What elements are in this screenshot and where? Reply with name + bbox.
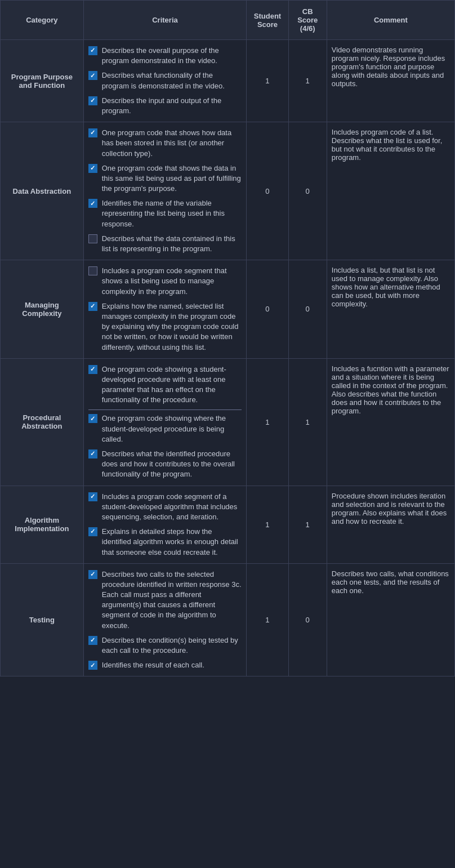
checkbox-checked <box>88 71 97 80</box>
cb-score-cell: 0 <box>288 122 327 260</box>
criteria-item: Includes a program code segment of a stu… <box>88 492 242 523</box>
criteria-item: Explains how the named, selected list ma… <box>88 301 242 353</box>
criteria-text: Includes a program code segment that sho… <box>102 266 242 297</box>
cb-score-cell: 0 <box>288 260 327 359</box>
checkbox-unchecked <box>88 266 97 275</box>
table-row: Algorithm ImplementationIncludes a progr… <box>1 486 455 563</box>
criteria-text: Describes what the identified procedure … <box>102 449 242 480</box>
checkbox-checked <box>88 302 97 311</box>
criteria-item: Describes the overall purpose of the pro… <box>88 46 242 66</box>
criteria-text: Explains how the named, selected list ma… <box>102 301 242 353</box>
checkbox-checked <box>88 46 97 55</box>
checkbox-checked <box>88 128 97 137</box>
criteria-item: Describes the input and output of the pr… <box>88 96 242 116</box>
rubric-table: Category Criteria Student Score CB Score… <box>0 0 455 676</box>
checkbox-checked <box>88 570 97 579</box>
criteria-item: Describes what functionality of the prog… <box>88 70 242 91</box>
cb-score-cell: 0 <box>288 563 327 676</box>
table-row: Program Purpose and FunctionDescribes th… <box>1 40 455 122</box>
checkbox-checked <box>88 636 97 645</box>
header-category: Category <box>1 1 84 40</box>
category-cell: Data Abstraction <box>1 122 84 260</box>
checkbox-checked <box>88 492 97 501</box>
comment-cell: Includes program code of a list. Describ… <box>327 122 454 260</box>
criteria-text: One program code showing where the stude… <box>102 413 242 444</box>
student-score-cell: 1 <box>247 358 288 486</box>
header-comment: Comment <box>327 1 454 40</box>
criteria-cell: Describes the overall purpose of the pro… <box>83 40 247 122</box>
category-cell: Managing Complexity <box>1 260 84 359</box>
comment-cell: Procedure shown includes iteration and s… <box>327 486 454 563</box>
criteria-item: Explains in detailed steps how the ident… <box>88 527 242 558</box>
criteria-item: Describes what the identified procedure … <box>88 449 242 480</box>
checkbox-checked <box>88 527 97 536</box>
comment-cell: Describes two calls, what conditions eac… <box>327 563 454 676</box>
criteria-item: One program code that shows how data has… <box>88 128 242 159</box>
comment-cell: Includes a fucntion with a parameter and… <box>327 358 454 486</box>
student-score-cell: 1 <box>247 40 288 122</box>
criteria-item: Describes two calls to the selected proc… <box>88 569 242 631</box>
criteria-text: Describes what functionality of the prog… <box>102 70 242 91</box>
comment-cell: Includes a list, but that list is not us… <box>327 260 454 359</box>
student-score-cell: 0 <box>247 122 288 260</box>
criteria-cell: Describes two calls to the selected proc… <box>83 563 247 676</box>
criteria-cell: Includes a program code segment that sho… <box>83 260 247 359</box>
header-student-score: Student Score <box>247 1 288 40</box>
criteria-text: One program code that shows how data has… <box>102 128 242 159</box>
criteria-text: Describes the input and output of the pr… <box>102 96 242 116</box>
category-cell: Program Purpose and Function <box>1 40 84 122</box>
criteria-text: One program code that shows the data in … <box>102 163 242 194</box>
criteria-text: Describes what the data contained in thi… <box>102 234 242 254</box>
student-score-cell: 0 <box>247 260 288 359</box>
category-cell: Procedural Abstraction <box>1 358 84 486</box>
header-cb-score: CB Score (4/6) <box>288 1 327 40</box>
cb-score-cell: 1 <box>288 358 327 486</box>
criteria-item: One program code showing where the stude… <box>88 413 242 444</box>
checkbox-checked <box>88 414 97 423</box>
table-row: Procedural AbstractionOne program code s… <box>1 358 455 486</box>
criteria-item: One program code that shows the data in … <box>88 163 242 194</box>
criteria-text: Describes two calls to the selected proc… <box>102 569 242 631</box>
table-row: Data AbstractionOne program code that sh… <box>1 122 455 260</box>
checkbox-checked <box>88 164 97 173</box>
criteria-text: Identifies the result of each call. <box>102 660 204 670</box>
criteria-text: Identifies the name of the variable repr… <box>102 198 242 229</box>
criteria-text: One program code showing a student-devel… <box>102 364 242 406</box>
checkbox-checked <box>88 199 97 208</box>
checkbox-checked <box>88 96 97 105</box>
header-criteria: Criteria <box>83 1 247 40</box>
student-score-cell: 1 <box>247 486 288 563</box>
student-score-cell: 1 <box>247 563 288 676</box>
criteria-item: Includes a program code segment that sho… <box>88 266 242 297</box>
criteria-text: Includes a program code segment of a stu… <box>102 492 242 523</box>
criteria-item: Identifies the result of each call. <box>88 660 242 670</box>
criteria-item: Describes what the data contained in thi… <box>88 234 242 254</box>
criteria-item: Describes the condition(s) being tested … <box>88 635 242 656</box>
criteria-text: Explains in detailed steps how the ident… <box>102 527 242 558</box>
criteria-cell: One program code that shows how data has… <box>83 122 247 260</box>
category-cell: Testing <box>1 563 84 676</box>
checkbox-unchecked <box>88 234 97 243</box>
criteria-cell: One program code showing a student-devel… <box>83 358 247 486</box>
criteria-divider <box>88 409 242 410</box>
criteria-text: Describes the condition(s) being tested … <box>102 635 242 656</box>
criteria-text: Describes the overall purpose of the pro… <box>102 46 242 66</box>
table-header-row: Category Criteria Student Score CB Score… <box>1 1 455 40</box>
category-cell: Algorithm Implementation <box>1 486 84 563</box>
cb-score-cell: 1 <box>288 40 327 122</box>
checkbox-checked <box>88 661 97 670</box>
comment-cell: Video demonstrates running program nicel… <box>327 40 454 122</box>
cb-score-cell: 1 <box>288 486 327 563</box>
checkbox-checked <box>88 365 97 374</box>
criteria-item: One program code showing a student-devel… <box>88 364 242 406</box>
criteria-cell: Includes a program code segment of a stu… <box>83 486 247 563</box>
table-row: Managing ComplexityIncludes a program co… <box>1 260 455 359</box>
table-row: TestingDescribes two calls to the select… <box>1 563 455 676</box>
criteria-item: Identifies the name of the variable repr… <box>88 198 242 229</box>
checkbox-checked <box>88 449 97 459</box>
